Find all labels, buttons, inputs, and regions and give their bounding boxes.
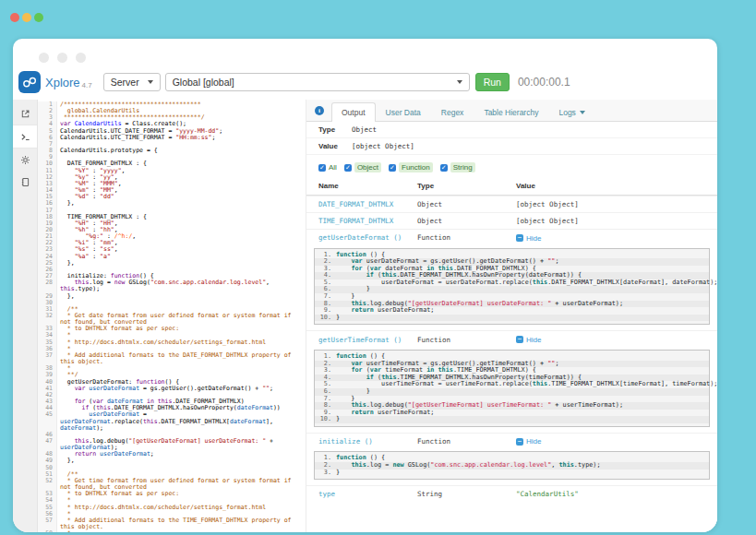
table-row-getusertimeformat: getUserTimeFormat ()Function−Hide [306,330,717,348]
target-select[interactable]: Server [103,73,161,91]
checkbox-checked-icon[interactable]: ✓ [318,164,326,172]
line-number: 28 [38,279,57,292]
terminal-icon [20,132,30,142]
tab-table-hierarchy[interactable]: Table Hierarchy [474,102,548,122]
code-editor[interactable]: 1/**************************************… [38,100,306,532]
sidebar-item-open-in-new[interactable] [13,102,37,125]
line-number: 10. [318,416,336,423]
editor-line: 52 * Get time format from user defined f… [38,478,306,491]
scope-value: Global [global] [173,77,234,88]
editor-line: 25 }, [38,260,306,267]
window-chrome [13,39,717,68]
type-filter-bar: ✓All✓Object✓Function✓String [306,155,717,177]
xplore-logo-icon [18,71,41,93]
result-value-row: Value [object Object] [306,138,717,155]
window-dot [39,53,49,63]
line-number: 10. [318,315,336,322]
hide-toggle-link[interactable]: −Hide [516,336,541,344]
tab-user-data[interactable]: User Data [376,102,431,122]
sidebar-item-settings[interactable] [13,149,37,171]
property-name-link[interactable]: initialize () [318,437,373,446]
editor-line: 37 * Add additional formats to the DATE_… [38,352,306,365]
checkbox-checked-icon[interactable]: ✓ [389,164,396,172]
line-number: 7 [38,141,57,148]
cell-type: Function [417,437,516,446]
line-number: 3. [318,470,336,477]
cell-type: Object [417,200,516,208]
collapse-minus-icon[interactable]: − [516,438,523,446]
editor-line: 48 return userDateFormat; [38,451,306,458]
line-number: 47 [38,438,57,451]
property-name-link[interactable]: type [318,490,335,498]
filter-all[interactable]: ✓All [318,163,337,172]
scope-combobox[interactable]: Global [global] [165,73,470,91]
type-label: Type [318,125,352,134]
line-number: 37 [38,352,57,365]
results-table-header: Name Type Value [306,177,717,196]
header-name: Name [318,182,417,190]
filter-string[interactable]: ✓String [440,162,475,172]
hide-toggle-link[interactable]: −Hide [516,234,541,243]
cell-type: String [417,490,516,498]
type-value: Object [352,125,377,134]
docs-book-icon [20,177,30,187]
traffic-light-minimize[interactable] [22,13,31,22]
sidebar-item-docs[interactable] [13,171,37,193]
gear-icon [20,155,30,165]
value-label: Value [318,142,352,150]
hide-toggle-link[interactable]: −Hide [516,437,541,446]
line-number: 1 [38,101,57,108]
line-number: 3 [38,114,57,121]
editor-line: 41 var userDateFormat = gs.getUser().get… [38,386,306,392]
execution-timer: 00:00:00.1 [518,76,570,89]
info-icon[interactable]: i [315,106,324,115]
property-name-link[interactable]: DATE_FORMAT_DHTMLX [318,200,393,208]
header-value: Value [516,182,705,190]
output-panel: i OutputUser DataRegexTable HierarchyLog… [306,100,717,532]
main-content: 1/**************************************… [13,100,717,532]
tab-regex[interactable]: Regex [431,102,474,122]
tab-output[interactable]: Output [331,102,376,122]
property-name-link[interactable]: getUserDateFormat () [318,233,402,242]
filter-function[interactable]: ✓Function [389,162,433,172]
output-tab-bar: i OutputUser DataRegexTable HierarchyLog… [306,100,717,122]
editor-line: 8CalendarUtils.prototype = { [38,148,306,154]
editor-line: 28 this.log = new GSLog("com.snc.app.cal… [38,279,306,292]
cell-value: [object Object] [516,200,705,208]
editor-line: 45 userDateFormat = userDateFormat.repla… [38,411,306,431]
line-number: 5 [38,128,57,135]
sidebar-item-script-runner[interactable] [13,125,37,149]
line-number: 57 [38,517,57,530]
chevron-down-icon [457,80,462,84]
table-row-initialize: initialize ()Function−Hide [306,433,717,450]
table-row-date-format-dhtmlx: DATE_FORMAT_DHTMLXObject[object Object] [306,196,717,212]
app-version: 4.7 [82,81,92,89]
result-type-row: Type Object [306,122,717,138]
tab-logs[interactable]: Logs [548,102,594,122]
editor-line: 29 }, [38,293,306,300]
editor-line: 16 }, [38,200,306,207]
run-button[interactable]: Run [475,73,510,91]
editor-line: 15 "%d" : "dd" [38,194,306,200]
editor-line: 53 * to DHTMLX format as per spec: [38,491,306,497]
property-name-link[interactable]: TIME_FORMAT_DHTMLX [318,217,393,225]
traffic-light-close[interactable] [10,13,19,22]
checkbox-checked-icon[interactable]: ✓ [344,164,352,172]
editor-line: 57 * Add additional formats to the TIME_… [38,517,306,530]
output-body: Type Object Value [object Object] ✓All✓O… [306,122,717,532]
filter-object[interactable]: ✓Object [344,162,381,172]
table-row-getuserdateformat: getUserDateFormat ()Function−Hide [306,229,717,246]
collapse-minus-icon[interactable]: − [516,336,523,343]
collapse-minus-icon[interactable]: − [516,234,523,242]
chevron-down-icon [148,80,153,84]
checkbox-checked-icon[interactable]: ✓ [440,164,448,172]
property-name-link[interactable]: getUserTimeFormat () [318,336,402,344]
left-icon-sidebar [13,100,38,532]
table-row-type: typeString"CalendarUtils" [306,485,717,502]
cell-value: "CalendarUtils" [516,490,705,498]
header-type: Type [417,182,516,190]
line-number: 45 [38,411,57,431]
window-dot [57,53,67,63]
traffic-light-zoom[interactable] [34,13,43,22]
value-value: [object Object] [352,142,414,150]
